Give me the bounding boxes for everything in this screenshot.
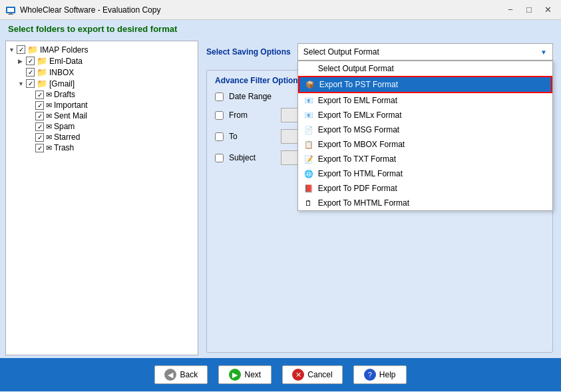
dropdown-selected-text: Select Output Format: [303, 47, 379, 57]
option-icon-placeholder: [303, 63, 314, 74]
output-format-dropdown[interactable]: Select Output Format ▼ Select Output For…: [297, 43, 553, 61]
help-icon: ?: [364, 369, 376, 381]
tree-item-inbox[interactable]: 📁 INBOX: [9, 67, 195, 78]
to-checkbox[interactable]: [215, 132, 224, 141]
expand-icon-emldata[interactable]: ▶: [18, 58, 25, 65]
tree-item-trash[interactable]: ✉ Trash: [9, 142, 195, 153]
label-imap: IMAP Folders: [40, 45, 88, 55]
option-icon-mbox: 📋: [303, 139, 314, 150]
window-controls: − □ ✕: [502, 3, 556, 17]
option-icon-msg: 📄: [303, 124, 314, 135]
saving-options-row: Select Saving Options Select Output Form…: [206, 43, 553, 61]
svg-rect-3: [8, 14, 13, 15]
option-label-mbox: Export To MBOX Format: [318, 140, 405, 149]
label-starred: Starred: [54, 132, 80, 142]
option-label-eml: Export To EML Format: [318, 96, 397, 105]
folder-tree-panel[interactable]: ▼ 📁 IMAP Folders ▶ 📁 Eml-Data 📁 INBOX ▼ …: [5, 41, 198, 355]
option-icon-mhtml: 🗒: [303, 198, 314, 208]
label-spam: Spam: [54, 122, 75, 131]
subject-checkbox[interactable]: [215, 154, 224, 162]
next-button[interactable]: ▶ Next: [218, 365, 272, 384]
folder-icon-trash: ✉: [46, 144, 52, 152]
next-label: Next: [244, 370, 261, 379]
folder-icon-emldata: 📁: [37, 56, 47, 66]
tree-item-drafts[interactable]: ✉ Drafts: [9, 89, 195, 100]
option-label-msg: Export To MSG Format: [318, 125, 399, 134]
minimize-button[interactable]: −: [502, 3, 518, 17]
option-icon-eml: 📧: [303, 95, 314, 106]
folder-icon-imap: 📁: [27, 45, 38, 55]
label-gmail: [Gmail]: [49, 79, 75, 89]
output-format-button[interactable]: Select Output Format ▼: [297, 43, 553, 61]
option-label-txt: Export To TXT Format: [318, 154, 396, 164]
checkbox-trash[interactable]: [35, 144, 44, 152]
date-range-checkbox[interactable]: [215, 93, 224, 101]
tree-item-emldata[interactable]: ▶ 📁 Eml-Data: [9, 55, 195, 67]
folder-icon-sentmail: ✉: [46, 112, 52, 120]
option-mhtml[interactable]: 🗒 Export To MHTML Format: [298, 196, 552, 210]
date-range-label: Date Range: [229, 92, 272, 101]
tree-item-sentmail[interactable]: ✉ Sent Mail: [9, 110, 195, 121]
back-icon: ◀: [164, 369, 176, 381]
from-label: From: [229, 110, 276, 120]
svg-rect-1: [7, 8, 14, 12]
checkbox-emldata[interactable]: [26, 57, 35, 65]
back-button[interactable]: ◀ Back: [154, 365, 208, 384]
checkbox-starred[interactable]: [35, 133, 44, 142]
checkbox-inbox[interactable]: [26, 68, 35, 77]
folder-icon-spam: ✉: [46, 122, 52, 131]
label-important: Important: [54, 100, 88, 110]
tree-item-spam[interactable]: ✉ Spam: [9, 121, 195, 132]
back-label: Back: [180, 370, 198, 379]
close-button[interactable]: ✕: [540, 3, 556, 17]
checkbox-imap[interactable]: [17, 45, 25, 54]
label-drafts: Drafts: [54, 90, 75, 99]
tree-item-gmail[interactable]: ▼ 📁 [Gmail]: [9, 78, 195, 89]
folder-icon-gmail: 📁: [37, 79, 47, 89]
cancel-label: Cancel: [307, 370, 332, 379]
next-icon: ▶: [229, 369, 241, 381]
option-pst[interactable]: 📦 Export To PST Format: [298, 76, 552, 93]
tree-item-starred[interactable]: ✉ Starred: [9, 132, 195, 142]
option-txt[interactable]: 📝 Export To TXT Format: [298, 152, 552, 166]
title-bar: WholeClear Software - Evaluation Copy − …: [0, 0, 561, 20]
maximize-button[interactable]: □: [521, 3, 537, 17]
page-header: Select folders to export to desired form…: [0, 20, 561, 38]
option-icon-txt: 📝: [303, 154, 314, 164]
option-emlx[interactable]: 📧 Export To EMLx Format: [298, 108, 552, 122]
checkbox-spam[interactable]: [35, 122, 44, 131]
label-inbox: INBOX: [49, 68, 74, 77]
cancel-button[interactable]: ✕ Cancel: [282, 365, 342, 384]
tree-item-important[interactable]: ✉ Important: [9, 100, 195, 110]
tree-item-imap[interactable]: ▼ 📁 IMAP Folders: [9, 44, 195, 55]
checkbox-important[interactable]: [35, 101, 44, 110]
option-eml[interactable]: 📧 Export To EML Format: [298, 93, 552, 108]
folder-icon-important: ✉: [46, 101, 52, 110]
option-icon-pst: 📦: [305, 79, 315, 90]
to-label: To: [229, 132, 276, 141]
saving-options-label: Select Saving Options: [206, 47, 291, 57]
option-pdf[interactable]: 📕 Export To PDF Format: [298, 181, 552, 196]
option-html[interactable]: 🌐 Export To HTML Format: [298, 166, 552, 181]
help-button[interactable]: ? Help: [353, 365, 407, 384]
expand-icon-imap[interactable]: ▼: [9, 47, 15, 53]
expand-icon-gmail[interactable]: ▼: [18, 81, 25, 87]
from-checkbox[interactable]: [215, 111, 224, 120]
main-content: ▼ 📁 IMAP Folders ▶ 📁 Eml-Data 📁 INBOX ▼ …: [0, 38, 561, 358]
option-label-pst: Export To PST Format: [319, 80, 398, 89]
option-placeholder[interactable]: Select Output Format: [298, 61, 552, 76]
cancel-icon: ✕: [292, 369, 304, 381]
option-icon-pdf: 📕: [303, 183, 314, 194]
option-msg[interactable]: 📄 Export To MSG Format: [298, 122, 552, 137]
right-panel: Select Saving Options Select Output Form…: [198, 38, 561, 358]
dropdown-menu[interactable]: Select Output Format 📦 Export To PST For…: [297, 61, 553, 211]
folder-icon-drafts: ✉: [46, 91, 52, 99]
option-label-placeholder: Select Output Format: [318, 64, 394, 73]
app-icon: [5, 5, 16, 15]
checkbox-drafts[interactable]: [35, 91, 44, 99]
checkbox-sentmail[interactable]: [35, 112, 44, 120]
dropdown-arrow-icon: ▼: [540, 49, 547, 56]
option-icon-html: 🌐: [303, 168, 314, 179]
checkbox-gmail[interactable]: [26, 79, 35, 88]
option-mbox[interactable]: 📋 Export To MBOX Format: [298, 137, 552, 152]
